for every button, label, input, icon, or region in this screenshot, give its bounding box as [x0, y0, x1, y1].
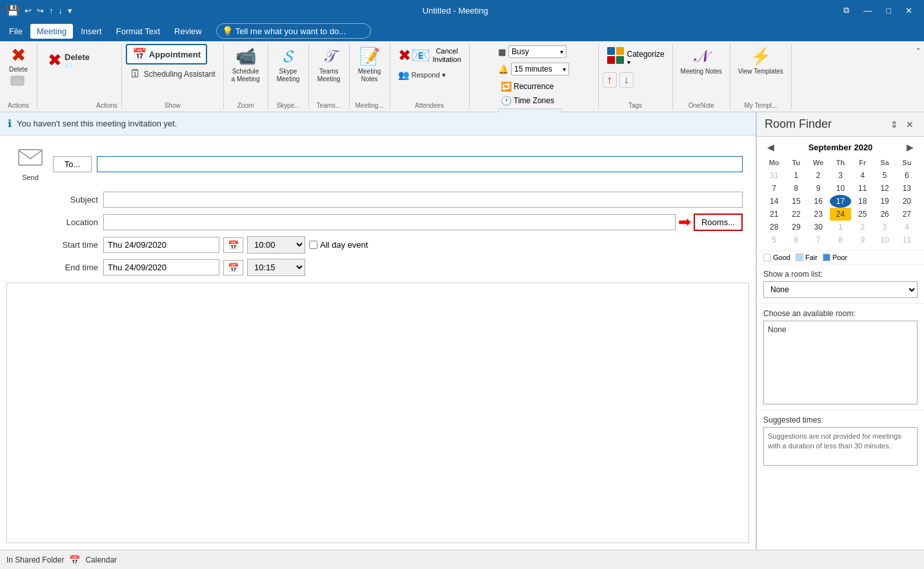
to-input[interactable]: [97, 156, 743, 172]
cal-next-btn[interactable]: ▶: [903, 141, 918, 154]
cal-day-26[interactable]: 26: [874, 208, 895, 221]
importance-low-button[interactable]: ↓: [619, 72, 634, 88]
cal-day-23[interactable]: 23: [808, 208, 829, 221]
cal-day-14[interactable]: 14: [763, 195, 785, 208]
importance-high-button[interactable]: ↑: [603, 72, 617, 88]
menu-file[interactable]: File: [3, 24, 29, 39]
cal-day-8[interactable]: 8: [785, 182, 807, 195]
cal-day-11-next[interactable]: 11: [896, 234, 918, 246]
message-body[interactable]: [6, 283, 749, 543]
maximize-btn[interactable]: □: [881, 5, 896, 17]
cal-day-8-next[interactable]: 8: [830, 234, 851, 246]
cal-day-9[interactable]: 9: [808, 182, 829, 195]
cal-day-12[interactable]: 12: [874, 182, 895, 195]
cal-day-28[interactable]: 28: [763, 221, 785, 234]
restore-btn[interactable]: ⧉: [838, 4, 854, 17]
cal-day-3[interactable]: 3: [830, 169, 851, 182]
start-date-input[interactable]: [103, 237, 219, 253]
appointment-button[interactable]: 📅 Appointment: [126, 44, 207, 65]
cal-day-10[interactable]: 10: [830, 182, 851, 195]
start-date-picker[interactable]: 📅: [223, 237, 243, 253]
cal-day-24[interactable]: 24: [830, 208, 851, 221]
cal-day-1[interactable]: 1: [785, 169, 807, 182]
skype-meeting-button[interactable]: 𝓢 SkypeMeeting: [272, 44, 305, 86]
cal-day-21[interactable]: 21: [763, 208, 785, 221]
cal-day-29[interactable]: 29: [785, 221, 807, 234]
time-zones-button[interactable]: 🕐 Time Zones: [498, 94, 557, 107]
rooms-button[interactable]: Rooms...: [694, 214, 743, 231]
cal-prev-btn[interactable]: ◀: [763, 141, 778, 154]
delete-big-button[interactable]: ✖ Delete 📨: [43, 46, 95, 74]
minimize-btn[interactable]: —: [858, 5, 877, 17]
close-btn[interactable]: ✕: [900, 5, 918, 17]
up-icon[interactable]: ↑: [49, 6, 54, 15]
cancel-invitation-button[interactable]: ✖📧 CancelInvitation: [394, 44, 465, 67]
expand-ribbon-icon[interactable]: ⌃: [915, 46, 921, 55]
undo-icon[interactable]: ↩: [25, 6, 32, 15]
onenote-meeting-notes-button[interactable]: 𝒩 Meeting Notes: [677, 44, 726, 78]
scheduling-assistant-button[interactable]: 🗓 Scheduling Assistant: [126, 66, 219, 82]
menu-meeting[interactable]: Meeting: [30, 24, 73, 39]
redo-icon[interactable]: ↪: [37, 6, 44, 15]
cal-day-15[interactable]: 15: [785, 195, 807, 208]
menu-insert[interactable]: Insert: [74, 24, 108, 39]
cal-day-3-next[interactable]: 3: [874, 221, 895, 234]
cal-day-30[interactable]: 30: [808, 221, 829, 234]
save-icon[interactable]: 💾: [6, 5, 19, 17]
cal-day-6-next[interactable]: 6: [785, 234, 807, 246]
cal-day-2[interactable]: 2: [808, 169, 829, 182]
cal-day-16[interactable]: 16: [808, 195, 829, 208]
cal-day-31-prev[interactable]: 31: [763, 169, 785, 182]
cal-day-25[interactable]: 25: [852, 208, 873, 221]
recurrence-button[interactable]: 🔁 Recurrence: [498, 80, 556, 93]
recurrence-label: Recurrence: [514, 82, 554, 91]
cal-day-2-next[interactable]: 2: [852, 221, 873, 234]
cal-day-1-next[interactable]: 1: [830, 221, 851, 234]
cal-day-5-next[interactable]: 5: [763, 234, 785, 246]
cal-day-22[interactable]: 22: [785, 208, 807, 221]
view-templates-button[interactable]: ⚡ View Templates: [734, 44, 787, 78]
categorize-button[interactable]: Categorize ▾: [603, 44, 668, 71]
schedule-meeting-button[interactable]: 📹 Schedulea Meeting: [228, 44, 264, 86]
available-rooms-list[interactable]: None: [763, 321, 918, 404]
start-time-select[interactable]: 10:00 10:15 10:30: [247, 236, 305, 254]
rf-dock-icon[interactable]: ⇕: [888, 118, 901, 131]
cal-day-13[interactable]: 13: [896, 182, 918, 195]
end-date-input[interactable]: [103, 259, 219, 275]
cal-day-4-next[interactable]: 4: [896, 221, 918, 234]
more-icon[interactable]: ▾: [68, 6, 72, 15]
cal-day-9-next[interactable]: 9: [852, 234, 873, 246]
cal-day-10-next[interactable]: 10: [874, 234, 895, 246]
allday-checkbox[interactable]: [309, 241, 317, 249]
end-time-select[interactable]: 10:15 10:30 10:45: [247, 259, 305, 276]
down-icon[interactable]: ↓: [59, 6, 63, 15]
delete-button[interactable]: ✖ Delete: [4, 44, 33, 93]
cal-day-17[interactable]: 17: [830, 195, 851, 208]
teams-meeting-button[interactable]: 𝒯 TeamsMeeting: [313, 44, 345, 86]
respond-button[interactable]: 👥 Respond ▾: [394, 68, 450, 81]
cal-day-11[interactable]: 11: [852, 182, 873, 195]
rf-close-icon[interactable]: ✕: [903, 118, 916, 131]
end-date-picker[interactable]: 📅: [223, 260, 243, 275]
location-input[interactable]: [103, 214, 676, 230]
skype-label: SkypeMeeting: [277, 68, 300, 83]
cal-day-19[interactable]: 19: [874, 195, 895, 208]
cal-day-4[interactable]: 4: [852, 169, 873, 182]
tell-me-input[interactable]: 💡 Tell me what you want to do...: [216, 23, 371, 39]
cal-day-7[interactable]: 7: [763, 182, 785, 195]
reminder-dropdown[interactable]: 15 minutes ▾: [511, 63, 569, 75]
menu-format-text[interactable]: Format Text: [110, 24, 166, 39]
busy-dropdown[interactable]: Busy ▾: [508, 45, 567, 58]
ribbon-group-teams: 𝒯 TeamsMeeting Teams...: [309, 44, 350, 109]
menu-review[interactable]: Review: [168, 24, 208, 39]
cal-day-6[interactable]: 6: [896, 169, 918, 182]
subject-input[interactable]: [103, 192, 743, 208]
cal-day-5[interactable]: 5: [874, 169, 895, 182]
to-button[interactable]: To...: [53, 156, 92, 172]
meeting-notes-button[interactable]: 📝 MeetingNotes: [354, 44, 386, 86]
cal-day-27[interactable]: 27: [896, 208, 918, 221]
cal-day-18[interactable]: 18: [852, 195, 873, 208]
cal-day-7-next[interactable]: 7: [808, 234, 829, 246]
show-room-list-select[interactable]: None: [763, 281, 918, 298]
cal-day-20[interactable]: 20: [896, 195, 918, 208]
